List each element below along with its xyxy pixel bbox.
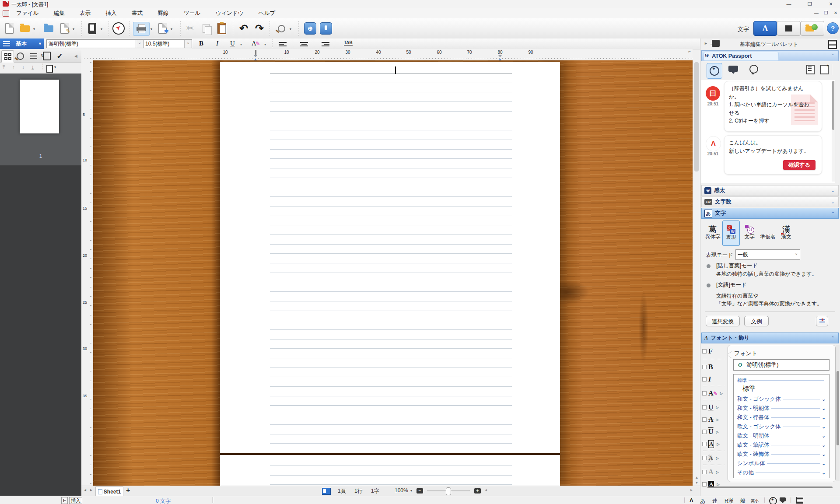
tab-check[interactable]: ✓ xyxy=(54,50,66,62)
section-chevron[interactable]: ⌄ xyxy=(831,188,835,193)
tab-moji[interactable]: 21 文字 xyxy=(741,220,758,246)
menu-file[interactable]: ファイル xyxy=(10,8,45,18)
tab-search[interactable] xyxy=(14,50,26,62)
panel-collapse-icon[interactable]: ► xyxy=(704,41,708,46)
sidebar-collapse-button[interactable]: ◄ xyxy=(70,50,82,62)
font-size-caret[interactable]: ˅ xyxy=(184,40,192,48)
document-page[interactable] xyxy=(220,62,560,486)
palette-splitter[interactable] xyxy=(707,486,833,488)
navigation-button[interactable]: ➤ xyxy=(112,22,125,35)
paste-button[interactable] xyxy=(215,22,228,35)
font-name-caret[interactable]: ˅ xyxy=(136,40,143,48)
last-page-icon[interactable]: ⤓ xyxy=(32,64,34,70)
font-category-row[interactable]: 欧文 - ゴシック体⌄ xyxy=(737,422,826,431)
doc-close-button[interactable]: ✕ xyxy=(831,10,840,16)
tab-hyogen[interactable]: 文般 表現 xyxy=(722,220,740,246)
redo-button[interactable]: ↷ xyxy=(253,22,266,35)
scroll-down-icon[interactable]: ▼ xyxy=(693,481,700,485)
print-button[interactable] xyxy=(133,22,150,36)
scrollbar-thumb[interactable] xyxy=(694,62,699,172)
save-as-button[interactable]: ✎ xyxy=(58,22,71,35)
ime-general[interactable]: 般 xyxy=(740,497,746,504)
spoken-mode-radio[interactable] xyxy=(707,264,710,268)
example-button[interactable]: 文例 xyxy=(744,316,769,326)
menu-help[interactable]: ヘルプ xyxy=(252,8,282,18)
zoom-out-button[interactable]: − xyxy=(416,488,423,494)
tab-kanbun[interactable]: 漢 漢文 xyxy=(777,220,795,246)
help-button[interactable]: ? xyxy=(827,22,839,34)
ime-atok-mark[interactable]: Λ xyxy=(690,497,693,504)
confirm-button[interactable]: 確認する xyxy=(783,160,816,170)
sheet-prev-icon[interactable]: ◂ xyxy=(84,487,86,492)
expression-mode-select[interactable]: 一般 ˅ xyxy=(735,249,800,260)
tab-itaiji[interactable]: 葛 異体字 xyxy=(704,220,721,246)
hscroll-right-icon[interactable]: ▸ xyxy=(690,487,693,492)
document-icon[interactable] xyxy=(3,10,9,17)
save-button[interactable] xyxy=(42,22,55,35)
scroll-up-icon[interactable]: ▲ xyxy=(693,476,700,480)
view-mode-icon[interactable] xyxy=(322,488,331,495)
search-button[interactable] xyxy=(275,22,288,35)
expression-mode-caret[interactable]: ˅ xyxy=(793,250,800,259)
right-margin-marker[interactable] xyxy=(498,55,502,60)
cut-button[interactable]: ✂ xyxy=(184,22,197,35)
viewer-button[interactable] xyxy=(86,22,99,35)
palette-list-icon[interactable] xyxy=(796,497,803,504)
section-chevron[interactable]: ⌄ xyxy=(831,200,835,204)
f-mode-indicator[interactable]: F xyxy=(61,497,68,504)
font-category-row[interactable]: 欧文 - 筆記体⌄ xyxy=(737,441,826,450)
open-button[interactable] xyxy=(18,22,32,35)
search-caret[interactable]: ▾ xyxy=(290,27,291,31)
char-palette-button[interactable]: A xyxy=(753,21,777,36)
translate-button[interactable]: ⊕ xyxy=(304,22,317,35)
first-page-icon[interactable]: ⤒ xyxy=(3,64,5,70)
menu-format[interactable]: 書式 xyxy=(125,8,149,18)
align-right-button[interactable] xyxy=(322,41,329,46)
sheet-next-icon[interactable]: ▸ xyxy=(90,487,92,492)
italic-button[interactable]: I xyxy=(216,39,218,48)
vertical-ruler[interactable]: 5 10 15 20 25 30 35 xyxy=(81,60,94,486)
print-caret[interactable]: ▾ xyxy=(150,27,152,31)
toggle-overline[interactable]: U▷ xyxy=(702,427,726,437)
font-category-row[interactable]: 和文 - 明朝体⌄ xyxy=(737,404,826,413)
font-category-row[interactable]: 欧文 - 装飾体⌄ xyxy=(737,450,826,459)
page-thumbnail[interactable] xyxy=(20,80,59,133)
restore-button[interactable]: ❐ xyxy=(802,0,817,7)
open-caret[interactable]: ▾ xyxy=(33,27,35,31)
literary-mode-radio[interactable] xyxy=(707,284,710,287)
clipboard-star-icon[interactable]: ✶ xyxy=(820,65,829,74)
menu-window[interactable]: ウィンドウ xyxy=(209,8,250,18)
toggle-underline[interactable]: U▷ xyxy=(702,402,726,412)
align-left-button[interactable] xyxy=(279,41,287,46)
association-convert-button[interactable]: 連想変換 xyxy=(706,316,740,326)
table-palette-button[interactable] xyxy=(777,21,801,36)
clip-window-button[interactable] xyxy=(801,21,824,36)
insert-mode-indicator[interactable]: 挿入 xyxy=(69,497,82,504)
toggle-shaded[interactable]: A▷ xyxy=(702,453,726,463)
voice-input-button[interactable] xyxy=(319,22,332,35)
menu-insert[interactable]: 挿入 xyxy=(99,8,123,18)
message-bubble[interactable]: こんばんは。 新しいアップデートがあります。 確認する xyxy=(724,135,822,175)
tab-page-list[interactable] xyxy=(1,50,14,63)
format-mode-caret[interactable]: ▼ xyxy=(38,42,42,46)
print-settings-button[interactable]: ✱ xyxy=(156,22,169,35)
font-panel-scrollbar-thumb[interactable] xyxy=(836,371,839,445)
format-mode-value[interactable]: 基本 xyxy=(16,40,27,48)
font-category-row[interactable]: シンボル体⌄ xyxy=(737,459,826,468)
toggle-boxed[interactable]: A▷ xyxy=(702,439,726,449)
ime-renbun[interactable]: 連 xyxy=(712,497,718,504)
atok-insight-icon[interactable]: ✦ xyxy=(769,497,777,504)
message-scrollbar-thumb[interactable] xyxy=(832,81,834,130)
bold-button[interactable]: B xyxy=(199,39,203,48)
left-margin-marker[interactable] xyxy=(254,55,258,60)
copy-button[interactable] xyxy=(200,22,213,35)
atok-collapse-chevron[interactable]: ⌃ xyxy=(831,53,835,58)
font-category-row[interactable]: その他⌄ xyxy=(737,468,826,477)
palette-menu-icon[interactable] xyxy=(828,40,837,49)
font-category-row[interactable]: 欧文 - 明朝体⌄ xyxy=(737,431,826,441)
font-color-button[interactable]: A✎ xyxy=(252,39,260,48)
tab-junkana[interactable]: ゞ 準仮名 xyxy=(759,220,777,246)
section-moji[interactable]: あ 文字 ⌃ xyxy=(701,208,839,219)
add-sheet-button[interactable]: + xyxy=(126,486,130,494)
hscroll-left-icon[interactable]: ◂ xyxy=(485,487,487,492)
